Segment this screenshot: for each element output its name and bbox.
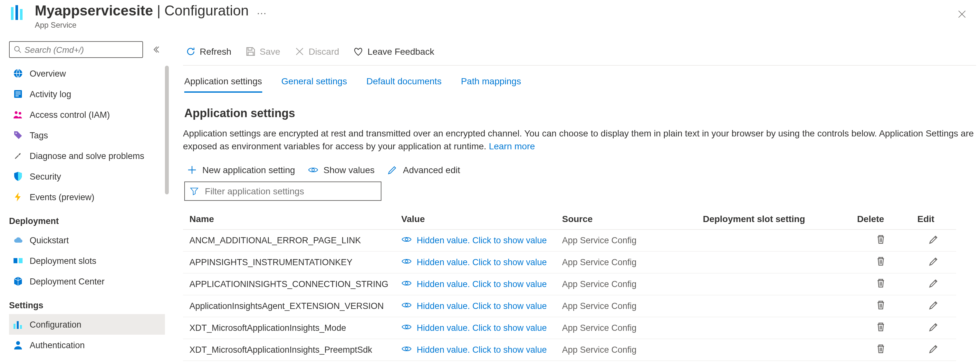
column-header-edit: Edit <box>911 208 956 229</box>
filter-settings-input[interactable] <box>205 186 375 196</box>
filter-settings[interactable] <box>184 181 382 200</box>
svg-rect-10 <box>14 258 18 263</box>
svg-rect-2 <box>20 9 22 20</box>
edit-row-button[interactable] <box>929 234 939 244</box>
column-header-value[interactable]: Value <box>395 208 556 229</box>
delete-row-button[interactable] <box>876 256 886 266</box>
edit-row-button[interactable] <box>929 322 939 332</box>
discard-icon <box>294 46 305 56</box>
cell-value: Hidden value. Click to show value <box>395 229 556 251</box>
app-service-icon <box>9 5 27 21</box>
delete-row-button[interactable] <box>876 322 886 332</box>
eye-icon <box>401 234 412 246</box>
show-value-link[interactable]: Hidden value. Click to show value <box>401 322 549 334</box>
sidebar-item-quickstart[interactable]: Quickstart <box>9 230 165 250</box>
sidebar-item-security[interactable]: Security <box>9 166 165 187</box>
cell-source: App Service Config <box>556 273 697 295</box>
sidebar-scrollbar[interactable] <box>165 66 169 194</box>
column-header-slot[interactable]: Deployment slot setting <box>697 208 851 229</box>
table-row: ANCM_ADDITIONAL_ERROR_PAGE_LINKHidden va… <box>183 229 956 251</box>
tab-application-settings[interactable]: Application settings <box>184 76 262 93</box>
resource-type-subtitle: App Service <box>35 21 971 30</box>
refresh-button[interactable]: Refresh <box>186 46 231 56</box>
column-header-name[interactable]: Name <box>183 208 395 229</box>
show-value-link[interactable]: Hidden value. Click to show value <box>401 343 549 356</box>
tag-icon <box>13 130 23 140</box>
sidebar-item-overview[interactable]: Overview <box>9 63 165 84</box>
show-value-link[interactable]: Hidden value. Click to show value <box>401 234 549 246</box>
delete-row-button[interactable] <box>876 343 886 353</box>
svg-rect-12 <box>14 324 16 329</box>
table-row: APPLICATIONINSIGHTS_CONNECTION_STRINGHid… <box>183 273 956 295</box>
section-title: Application settings <box>184 107 976 120</box>
cell-name: APPLICATIONINSIGHTS_CONNECTION_STRING <box>183 273 395 295</box>
cell-slot <box>697 317 851 339</box>
hidden-value-text: Hidden value. Click to show value <box>417 235 547 245</box>
sidebar-item-events-preview-[interactable]: Events (preview) <box>9 187 165 207</box>
sidebar-item-label: Quickstart <box>30 235 69 245</box>
sidebar-item-activity-log[interactable]: Activity log <box>9 84 165 104</box>
sidebar-search[interactable] <box>9 41 143 58</box>
svg-point-8 <box>19 112 21 114</box>
show-value-link[interactable]: Hidden value. Click to show value <box>401 278 549 290</box>
sidebar-item-deployment-center[interactable]: Deployment Center <box>9 271 165 292</box>
edit-row-button[interactable] <box>929 300 939 310</box>
leave-feedback-button[interactable]: Leave Feedback <box>353 46 434 56</box>
command-bar: Refresh Save Discard <box>183 37 976 66</box>
advanced-edit-label: Advanced edit <box>403 165 460 175</box>
page-title-main: Myappservicesite <box>35 3 153 19</box>
slots-icon <box>13 255 23 266</box>
learn-more-link[interactable]: Learn more <box>489 141 535 152</box>
edit-row-button[interactable] <box>929 343 939 353</box>
show-value-link[interactable]: Hidden value. Click to show value <box>401 256 549 268</box>
collapse-sidebar-button[interactable] <box>152 46 160 54</box>
cell-edit <box>911 273 956 295</box>
sidebar-item-configuration[interactable]: Configuration <box>9 314 165 334</box>
advanced-edit-button[interactable]: Advanced edit <box>388 165 460 175</box>
more-actions-button[interactable]: … <box>253 3 270 19</box>
show-values-label: Show values <box>323 165 375 175</box>
sidebar-item-authentication[interactable]: Authentication <box>9 334 165 355</box>
svg-point-16 <box>312 168 314 171</box>
column-header-source[interactable]: Source <box>556 208 697 229</box>
delete-row-button[interactable] <box>876 278 886 288</box>
cell-slot <box>697 339 851 360</box>
cell-delete <box>851 339 911 360</box>
svg-rect-11 <box>19 258 22 263</box>
edit-row-button[interactable] <box>929 278 939 288</box>
tab-path-mappings[interactable]: Path mappings <box>461 76 521 93</box>
new-application-setting-button[interactable]: New application setting <box>187 165 295 175</box>
show-values-button[interactable]: Show values <box>308 165 375 175</box>
show-value-link[interactable]: Hidden value. Click to show value <box>401 300 549 312</box>
eye-icon <box>401 322 412 334</box>
sidebar-group-settings: Settings <box>9 292 165 314</box>
edit-row-button[interactable] <box>929 256 939 266</box>
sidebar-item-tags[interactable]: Tags <box>9 125 165 146</box>
svg-point-9 <box>16 133 17 134</box>
sidebar-search-input[interactable] <box>22 45 138 54</box>
sidebar-item-label: Configuration <box>30 320 81 329</box>
save-icon <box>245 46 256 56</box>
sidebar-item-deployment-slots[interactable]: Deployment slots <box>9 250 165 271</box>
tab-default-documents[interactable]: Default documents <box>366 76 441 93</box>
sidebar-group-deployment: Deployment <box>9 207 165 230</box>
cell-name: ApplicationInsightsAgent_EXTENSION_VERSI… <box>183 295 395 317</box>
sidebar-item-label: Deployment Center <box>30 276 105 286</box>
sidebar-item-diagnose-and-solve-problems[interactable]: Diagnose and solve problems <box>9 146 165 166</box>
sidebar-item-label: Diagnose and solve problems <box>30 151 144 160</box>
delete-row-button[interactable] <box>876 300 886 310</box>
application-settings-table: Name Value Source Deployment slot settin… <box>183 208 956 361</box>
eye-icon <box>308 165 318 175</box>
sidebar-item-access-control-iam-[interactable]: Access control (IAM) <box>9 104 165 125</box>
cell-edit <box>911 229 956 251</box>
cell-source: App Service Config <box>556 229 697 251</box>
tab-general-settings[interactable]: General settings <box>281 76 347 93</box>
plus-icon <box>187 165 197 175</box>
cell-value: Hidden value. Click to show value <box>395 295 556 317</box>
close-blade-button[interactable] <box>956 8 969 21</box>
cell-source: App Service Config <box>556 317 697 339</box>
delete-row-button[interactable] <box>876 234 886 244</box>
cell-edit <box>911 339 956 360</box>
people-icon <box>13 109 23 120</box>
svg-point-19 <box>405 282 408 284</box>
